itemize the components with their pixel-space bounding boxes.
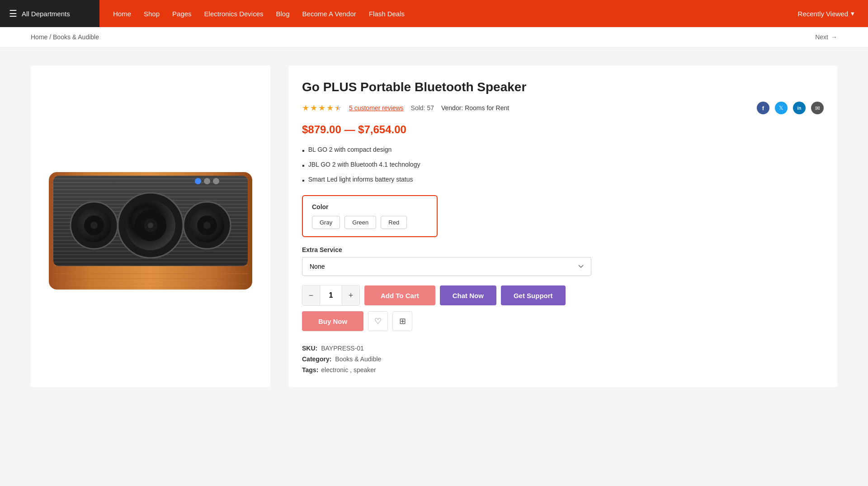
nav-home[interactable]: Home [113,10,131,18]
product-title: Go PLUS Portable Bluetooth Speaker [302,79,824,95]
sku-row: SKU: BAYPRESS-01 [302,345,824,352]
quantity-decrease-btn[interactable]: − [302,285,320,305]
svg-point-40 [195,178,201,184]
email-share-btn[interactable]: ✉ [811,102,824,114]
wishlist-button[interactable]: ♡ [368,311,388,331]
bullet-icon: ▪ [302,145,305,156]
feature-item: ▪ Smart Led light informs battery status [302,175,824,186]
get-support-button[interactable]: Get Support [501,285,566,305]
feature-item: ▪ JBL GO 2 with Bluetooth 4.1 technology [302,160,824,171]
heart-icon: ♡ [374,316,382,326]
sold-count: Sold: 57 [411,104,434,112]
sku-value: BAYPRESS-01 [321,345,364,352]
star-4: ★ [326,103,334,113]
next-link[interactable]: Next → [815,33,837,41]
product-image [40,145,261,308]
compare-icon: ⊞ [399,316,406,326]
product-image-container [31,65,270,387]
breadcrumb-separator: / [49,33,51,41]
recently-viewed-label: Recently Viewed [798,10,848,18]
star-5-half: ★★ [335,103,342,113]
svg-point-41 [204,178,210,184]
bullet-icon: ▪ [302,175,305,186]
feature-text-2: JBL GO 2 with Bluetooth 4.1 technology [308,160,420,169]
compare-button[interactable]: ⊞ [392,311,412,331]
reviews-link[interactable]: 5 customer reviews [349,104,404,112]
add-to-cart-button[interactable]: Add To Cart [364,285,435,305]
star-2: ★ [310,103,317,113]
breadcrumb: Home / Books & Audible [31,33,99,41]
arrow-right-icon: → [831,33,837,41]
breadcrumb-current: Books & Audible [53,33,99,41]
chevron-down-icon: ▾ [851,9,854,18]
twitter-share-btn[interactable]: 𝕏 [775,102,788,114]
color-label: Color [312,203,428,210]
extra-service-select[interactable]: None [302,257,591,276]
facebook-share-btn[interactable]: f [757,102,769,114]
nav-vendor[interactable]: Become A Vendor [302,10,356,18]
star-rating: ★ ★ ★ ★ ★★ [302,103,342,113]
buy-now-button[interactable]: Buy Now [302,311,363,331]
svg-point-35 [148,223,153,228]
bullet-icon: ▪ [302,160,305,171]
all-departments-btn[interactable]: ☰ All Departments [0,0,99,27]
category-value: Books & Audible [335,355,381,363]
tags-value: electronic , speaker [321,366,376,374]
nav-shop[interactable]: Shop [144,10,160,18]
social-share: f 𝕏 in ✉ [757,102,824,114]
vendor-info: Vendor: Rooms for Rent [441,104,509,112]
header: ☰ All Departments Home Shop Pages Electr… [0,0,868,27]
breadcrumb-bar: Home / Books & Audible Next → [0,27,868,47]
price-range: $879.00 — $7,654.00 [302,123,824,136]
star-1: ★ [302,103,309,113]
nav-pages[interactable]: Pages [172,10,192,18]
recently-viewed-menu[interactable]: Recently Viewed ▾ [784,9,868,18]
sku-label: SKU: [302,345,317,352]
main-nav: Home Shop Pages Electronics Devices Blog… [99,10,784,18]
extra-service-label: Extra Service [302,246,824,253]
color-btn-red[interactable]: Red [381,216,407,229]
product-details: Go PLUS Portable Bluetooth Speaker ★ ★ ★… [288,65,837,387]
svg-point-30 [90,222,98,229]
linkedin-share-btn[interactable]: in [793,102,806,114]
all-departments-label: All Departments [22,10,70,18]
product-meta: ★ ★ ★ ★ ★★ 5 customer reviews Sold: 57 V… [302,102,824,114]
chat-now-button[interactable]: Chat Now [440,285,496,305]
svg-point-42 [213,178,219,184]
category-label: Category: [302,355,331,363]
tags-label: Tags: [302,366,318,374]
color-btn-gray[interactable]: Gray [312,216,340,229]
star-3: ★ [318,103,326,113]
breadcrumb-home[interactable]: Home [31,33,47,41]
nav-blog[interactable]: Blog [276,10,290,18]
product-info: SKU: BAYPRESS-01 Category: Books & Audib… [302,345,824,374]
main-content: Go PLUS Portable Bluetooth Speaker ★ ★ ★… [0,47,868,405]
color-section: Color Gray Green Red [302,195,438,237]
svg-point-39 [203,222,211,229]
quantity-increase-btn[interactable]: + [342,285,359,305]
features-list: ▪ BL GO 2 with compact design ▪ JBL GO 2… [302,145,824,186]
feature-text-1: BL GO 2 with compact design [308,145,392,154]
feature-text-3: Smart Led light informs battery status [308,175,413,184]
secondary-row: Buy Now ♡ ⊞ [302,311,824,331]
tags-row: Tags: electronic , speaker [302,366,824,374]
nav-electronics[interactable]: Electronics Devices [204,10,264,18]
nav-flash-deals[interactable]: Flash Deals [369,10,405,18]
feature-item: ▪ BL GO 2 with compact design [302,145,824,156]
color-btn-green[interactable]: Green [344,216,376,229]
action-row: − + Add To Cart Chat Now Get Support [302,285,824,306]
hamburger-icon: ☰ [9,8,17,19]
category-row: Category: Books & Audible [302,355,824,363]
quantity-control: − + [302,285,360,306]
quantity-input[interactable] [320,285,342,305]
color-options: Gray Green Red [312,216,428,229]
extra-service-section: Extra Service None [302,246,824,276]
next-label: Next [815,33,828,41]
